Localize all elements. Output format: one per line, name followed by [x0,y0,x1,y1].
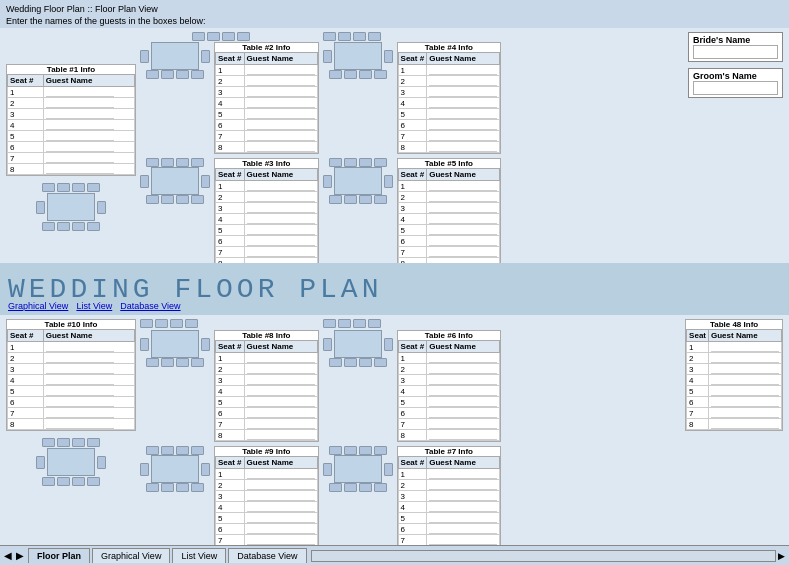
table5-seat1-input[interactable] [429,181,497,191]
table1-seat4-input[interactable] [46,120,114,130]
table48-seat8-input[interactable] [711,419,779,429]
table8-seat6-input[interactable] [247,408,315,418]
groom-input[interactable] [693,81,778,95]
table3-seat6-input[interactable] [247,236,315,246]
horizontal-scrollbar[interactable] [311,550,776,562]
table2-seat6-input[interactable] [247,120,315,130]
tab-arrow-right[interactable]: ▶ [16,550,24,561]
table48-seat6-input[interactable] [711,397,779,407]
table10-seat1-input[interactable] [46,342,114,352]
table4-seat3-input[interactable] [429,87,497,97]
table8-seat4-input[interactable] [247,386,315,396]
table5-seat2-input[interactable] [429,192,497,202]
tab-floor-plan[interactable]: Floor Plan [28,548,90,563]
table8-seat3-input[interactable] [247,375,315,385]
table6-seat8-input[interactable] [429,430,497,440]
table2-seat5-input[interactable] [247,109,315,119]
table3-seat4-input[interactable] [247,214,315,224]
table1-seat6-input[interactable] [46,142,114,152]
table7-seat6-input[interactable] [429,524,497,534]
tab-graphical-view[interactable]: Graphical View [92,548,170,563]
table10-seat4-input[interactable] [46,375,114,385]
table48-seat3-input[interactable] [711,364,779,374]
table8-seat2-input[interactable] [247,364,315,374]
table5-seat4-input[interactable] [429,214,497,224]
table4-seat2-input[interactable] [429,76,497,86]
table6-seat1-input[interactable] [429,353,497,363]
seat-number: 2 [398,192,427,203]
table4-seat7-input[interactable] [429,131,497,141]
table48-seat2-input[interactable] [711,353,779,363]
table7-seat4-input[interactable] [429,502,497,512]
table3-seat3-input[interactable] [247,203,315,213]
table7-seat2-input[interactable] [429,480,497,490]
table3-seat2-input[interactable] [247,192,315,202]
nav-database[interactable]: Database View [120,301,180,311]
table1-seat7-input[interactable] [46,153,114,163]
table3-seat7-input[interactable] [247,247,315,257]
table5-seat6-input[interactable] [429,236,497,246]
tab-database-view[interactable]: Database View [228,548,306,563]
table10-seat7-input[interactable] [46,408,114,418]
table2-seat8-input[interactable] [247,142,315,152]
scroll-end[interactable]: ▶ [778,551,785,561]
table8-seat5-input[interactable] [247,397,315,407]
table2-seat3-input[interactable] [247,87,315,97]
table1-seat5-input[interactable] [46,131,114,141]
bride-input[interactable] [693,45,778,59]
table9-seat4-input[interactable] [247,502,315,512]
table5-seat3-input[interactable] [429,203,497,213]
table4-seat4-input[interactable] [429,98,497,108]
table1-seat2-input[interactable] [46,98,114,108]
table2-seat2-input[interactable] [247,76,315,86]
table10-seat5-input[interactable] [46,386,114,396]
table9-seat5-input[interactable] [247,513,315,523]
table4-seat8-input[interactable] [429,142,497,152]
table48-seat5-input[interactable] [711,386,779,396]
table8-seat1-input[interactable] [247,353,315,363]
table9-seat7-input[interactable] [247,535,315,545]
table6-seat5-input[interactable] [429,397,497,407]
table4-seat6-input[interactable] [429,120,497,130]
table1-seat3-input[interactable] [46,109,114,119]
nav-graphical[interactable]: Graphical View [8,301,68,311]
table7-seat1-input[interactable] [429,469,497,479]
table4-seat5-input[interactable] [429,109,497,119]
table3-seat5-input[interactable] [247,225,315,235]
table10-seat8-input[interactable] [46,419,114,429]
table9-seat2-input[interactable] [247,480,315,490]
table7-seat3-input[interactable] [429,491,497,501]
table2-seat1-input[interactable] [247,65,315,75]
table10-seat3-input[interactable] [46,364,114,374]
table10-seat6-input[interactable] [46,397,114,407]
table5-seat7-input[interactable] [429,247,497,257]
table7-seat7-input[interactable] [429,535,497,545]
nav-list[interactable]: List View [76,301,112,311]
table9-seat3-input[interactable] [247,491,315,501]
table4-seat1-input[interactable] [429,65,497,75]
table6-seat2-input[interactable] [429,364,497,374]
table48-seat4-input[interactable] [711,375,779,385]
tab-arrow-left[interactable]: ◀ [4,550,12,561]
table6-seat7-input[interactable] [429,419,497,429]
table8-seat7-input[interactable] [247,419,315,429]
table48-seat1-input[interactable] [711,342,779,352]
table1-seat1-input[interactable] [46,87,114,97]
table7-seat5-input[interactable] [429,513,497,523]
table9-seat6-input[interactable] [247,524,315,534]
tab-list-view[interactable]: List View [172,548,226,563]
table2-seat4-input[interactable] [247,98,315,108]
table6-seat4-input[interactable] [429,386,497,396]
table5-info: Table #5 Info Seat # Guest Name 12345678 [397,158,502,270]
table48-seat7-input[interactable] [711,408,779,418]
chair [146,158,159,167]
table10-seat2-input[interactable] [46,353,114,363]
table9-seat1-input[interactable] [247,469,315,479]
table5-seat5-input[interactable] [429,225,497,235]
table3-seat1-input[interactable] [247,181,315,191]
table6-seat6-input[interactable] [429,408,497,418]
table1-seat8-input[interactable] [46,164,114,174]
table6-seat3-input[interactable] [429,375,497,385]
table2-seat7-input[interactable] [247,131,315,141]
table8-seat8-input[interactable] [247,430,315,440]
